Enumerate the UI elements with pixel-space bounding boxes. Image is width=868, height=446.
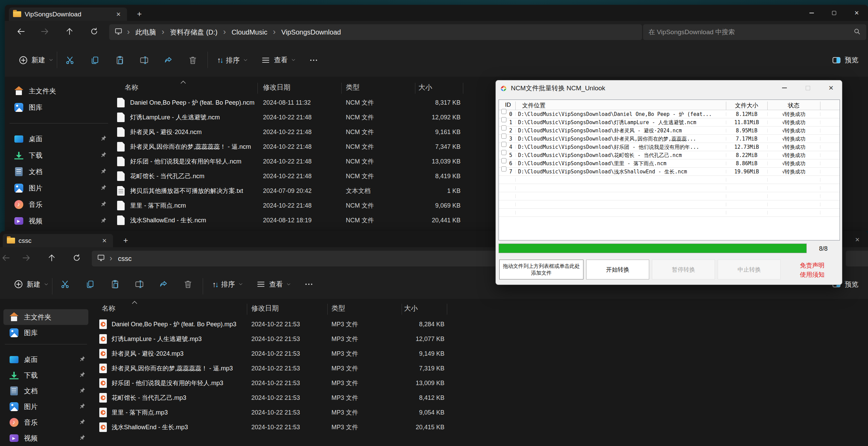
sidebar-item[interactable]: 图片 (8, 180, 110, 196)
delete-button[interactable] (188, 55, 198, 65)
file-row[interactable]: 好乐团 - 他们说我是没有用的年轻人.mp3 2024-10-22 21:53 … (92, 376, 868, 390)
file-row[interactable]: 浅水ShallowEnd - 生长.mp3 2024-10-22 21:53 M… (92, 420, 868, 434)
file-row[interactable]: 里里 - 落下雨点.mp3 2024-10-22 21:53 MP3 文件 9,… (92, 405, 868, 420)
pin-icon[interactable] (100, 217, 107, 225)
column-header-type[interactable]: 类型 (346, 83, 360, 92)
column-header-name[interactable]: 名称 (125, 83, 138, 92)
copy-button[interactable] (85, 279, 95, 289)
sidebar-item[interactable]: 主文件夹 (3, 309, 88, 325)
pin-icon[interactable] (100, 200, 107, 209)
more-options-button[interactable] (304, 279, 314, 289)
sidebar-item[interactable]: 图库 (8, 99, 110, 116)
file-row[interactable]: 灯诱LampLure - 人生逃避號.mp3 2024-10-22 21:53 … (92, 331, 868, 346)
table-row[interactable]: 2 D:\CloudMusic\VipSongsDownload\卦者灵风 - … (499, 127, 840, 135)
pin-icon[interactable] (100, 151, 107, 159)
view-button[interactable]: 查看 (261, 55, 296, 65)
sidebar-item[interactable]: 文档 (3, 383, 88, 399)
column-divider[interactable] (415, 83, 415, 94)
new-tab-button[interactable]: + (121, 236, 131, 245)
cut-button[interactable] (60, 279, 70, 289)
copy-button[interactable] (90, 55, 100, 65)
row-checkbox[interactable] (501, 167, 506, 172)
sort-button[interactable]: ↑↓ 排序 (217, 55, 248, 65)
maximize-button[interactable] (823, 5, 845, 21)
dialog-minimize-button[interactable] (779, 83, 790, 93)
refresh-button[interactable] (90, 27, 100, 37)
sidebar-item[interactable]: 视频 (8, 213, 110, 229)
column-header-size[interactable]: 大小 (404, 304, 418, 313)
share-button[interactable] (159, 279, 168, 289)
column-divider[interactable] (447, 304, 447, 315)
row-checkbox[interactable] (501, 126, 506, 131)
tab-close-icon[interactable]: × (100, 237, 109, 245)
delete-button[interactable] (183, 279, 193, 289)
pin-icon[interactable] (79, 418, 86, 427)
sidebar-item[interactable]: 桌面 (8, 131, 110, 147)
close-button[interactable]: × (852, 235, 863, 245)
share-button[interactable] (164, 55, 173, 65)
back-button[interactable] (16, 27, 27, 37)
column-header-size[interactable]: 大小 (418, 83, 432, 92)
column-divider[interactable] (257, 83, 258, 94)
sidebar-item[interactable]: 音乐 (8, 196, 110, 213)
minimize-button[interactable] (800, 5, 823, 21)
table-row[interactable]: 3 D:\CloudMusic\VipSongsDownload\卦者灵风,因你… (499, 135, 840, 143)
sidebar-item[interactable]: 下载 (8, 147, 110, 163)
sidebar-item[interactable]: 图库 (3, 325, 88, 341)
file-row[interactable]: 花町馆长 - 当代孔乙己.mp3 2024-10-22 21:53 MP3 文件… (92, 390, 868, 405)
close-button[interactable]: × (845, 5, 868, 21)
disclaimer-link[interactable]: 免责声明 (789, 261, 835, 270)
dialog-close-button[interactable]: × (825, 83, 837, 93)
refresh-button[interactable] (72, 253, 83, 264)
column-header-date[interactable]: 修改日期 (263, 83, 290, 92)
row-checkbox[interactable] (501, 158, 506, 163)
sidebar-item[interactable]: 桌面 (3, 352, 88, 367)
column-header-date[interactable]: 修改日期 (251, 304, 279, 313)
paste-button[interactable] (110, 279, 120, 289)
rename-button[interactable] (139, 55, 149, 65)
this-pc-icon[interactable] (114, 27, 123, 37)
pin-icon[interactable] (79, 387, 86, 395)
sidebar-item[interactable]: 下载 (3, 367, 88, 383)
column-divider[interactable] (341, 83, 342, 94)
preview-toggle[interactable]: 预览 (832, 55, 858, 65)
table-row[interactable]: 7 D:\CloudMusic\VipSongsDownload\浅水Shall… (499, 168, 840, 176)
row-checkbox[interactable] (501, 150, 506, 155)
table-row[interactable]: 0 D:\CloudMusic\VipSongsDownload\Daniel … (499, 110, 840, 118)
sidebar-item[interactable]: 文档 (8, 163, 110, 180)
breadcrumb-segment[interactable]: 此电脑 (134, 28, 157, 37)
tab-close-icon[interactable]: × (114, 11, 123, 18)
rename-button[interactable] (135, 279, 144, 289)
add-files-button[interactable]: 拖动文件到上方列表框或单击此处添加文件 (499, 260, 583, 279)
start-conversion-button[interactable]: 开始转换 (586, 260, 649, 279)
dialog-title-bar[interactable]: NCM文件批量转换 NCM_Unlook × (496, 80, 842, 96)
breadcrumb-segment[interactable]: VipSongsDownload (280, 28, 342, 37)
file-row[interactable]: 卦者灵风,因你而在的梦,蕊蕊蕊蕊！ - 逼.mp3 2024-10-22 21:… (92, 361, 868, 376)
pin-icon[interactable] (79, 371, 86, 379)
column-divider[interactable] (327, 304, 328, 315)
table-row[interactable]: 1 D:\CloudMusic\VipSongsDownload\灯诱LampL… (499, 118, 840, 127)
table-row[interactable]: 5 D:\CloudMusic\VipSongsDownload\花町馆长 - … (499, 151, 840, 159)
row-checkbox[interactable] (501, 134, 506, 139)
sort-button[interactable]: ↑↓ 排序 (212, 280, 243, 289)
view-button[interactable]: 查看 (256, 279, 291, 289)
new-button[interactable]: 新建 (18, 55, 53, 65)
row-checkbox[interactable] (501, 142, 506, 147)
row-checkbox[interactable] (501, 117, 506, 122)
paste-button[interactable] (115, 55, 125, 65)
pin-icon[interactable] (79, 434, 86, 442)
pin-icon[interactable] (100, 135, 107, 143)
cut-button[interactable] (65, 55, 75, 65)
up-button[interactable] (65, 27, 75, 37)
up-button[interactable] (47, 253, 58, 264)
sidebar-item[interactable]: 音乐 (3, 415, 88, 430)
table-row[interactable]: 6 D:\CloudMusic\VipSongsDownload\里里 - 落下… (499, 159, 840, 168)
pin-icon[interactable] (79, 403, 86, 411)
new-tab-button[interactable]: + (134, 10, 144, 18)
column-divider[interactable] (247, 304, 247, 315)
column-divider[interactable] (402, 304, 402, 315)
more-options-button[interactable] (309, 55, 318, 65)
breadcrumb-segment[interactable]: CloudMusic (230, 28, 268, 37)
pin-icon[interactable] (79, 355, 86, 364)
column-header-type[interactable]: 类型 (331, 304, 345, 313)
